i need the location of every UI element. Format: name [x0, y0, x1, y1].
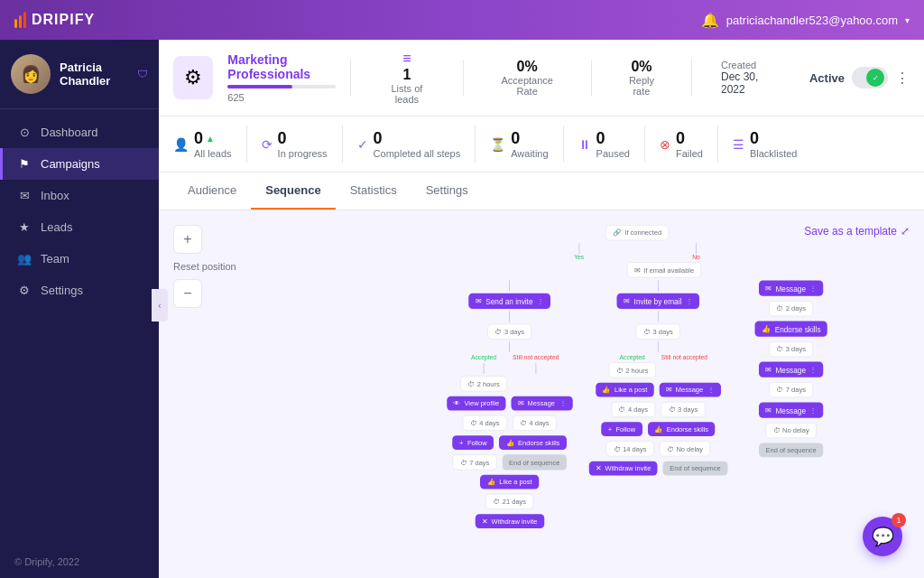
status-badge: Active: [809, 71, 845, 85]
sidebar-item-leads[interactable]: ★ Leads: [0, 211, 159, 243]
te5: ⏱: [614, 445, 621, 452]
stat-all-leads: 👤 0 ▲ All leads: [173, 126, 247, 163]
failed-label: Failed: [676, 148, 703, 159]
node-if-connected[interactable]: 🔗 If connected: [605, 225, 670, 240]
endorse-r-icon: 👍: [762, 324, 772, 333]
sidebar-item-team[interactable]: 👥 Team: [0, 243, 159, 275]
days-row-e2: ⏱ 4 days ⏱ 3 days: [611, 402, 705, 417]
timer-2hours: ⏱ 2 hours: [460, 376, 507, 391]
node-view-profile[interactable]: 👁 View profile: [447, 396, 506, 411]
sidebar-item-dashboard[interactable]: ⊙ Dashboard: [0, 117, 159, 148]
failed-content: 0 Failed: [676, 129, 703, 159]
endorse-r-label: Endorse skills: [775, 325, 821, 333]
node-endorse-2[interactable]: 👍 Endorse skills: [648, 422, 716, 436]
campaign-progress-bar: [227, 85, 336, 89]
acceptance-value: 0%: [492, 59, 561, 75]
paused-content: 0 Paused: [596, 129, 630, 159]
msg2-more[interactable]: ⋮: [707, 387, 715, 394]
node-invite-email[interactable]: ✉ Invite by email ⋮: [617, 294, 699, 309]
stat-awaiting: ⏳ 0 Awaiting: [476, 126, 563, 163]
timer-7d-r: ⏱ 7 days: [769, 382, 813, 397]
sidebar-item-label-team: Team: [41, 252, 69, 266]
msg-r1-more[interactable]: ⋮: [809, 284, 817, 292]
tab-audience[interactable]: Audience: [173, 172, 251, 210]
paused-num: 0: [596, 129, 605, 147]
awaiting-icon: ⏳: [490, 137, 505, 152]
status-toggle[interactable]: ✓: [852, 67, 888, 89]
all-leads-num: 0: [194, 129, 203, 148]
stat-completed: ✓ 0 Completed all steps: [343, 126, 476, 163]
sidebar-item-settings[interactable]: ⚙ Settings: [0, 275, 159, 306]
msg-r2-more[interactable]: ⋮: [809, 366, 817, 373]
invite-email-icon: ✉: [624, 297, 630, 306]
divider-4: [691, 60, 692, 96]
node-endorse-1[interactable]: 👍 Endorse skills: [499, 435, 567, 450]
node-message-r3[interactable]: ✉ Message ⋮: [759, 403, 824, 418]
header-stat-reply: 0% Reply rate: [606, 59, 677, 97]
tab-sequence[interactable]: Sequence: [251, 172, 335, 210]
connector-no-1: [696, 243, 697, 254]
lists-value: 1: [380, 67, 433, 83]
node-message-r2[interactable]: ✉ Message ⋮: [759, 362, 824, 378]
reset-position-button[interactable]: Reset position: [173, 261, 236, 272]
timer-follow-row: ⏱ 7 days End of sequence: [453, 454, 567, 470]
accepted-yes-label: Accepted: [471, 354, 496, 361]
sidebar-item-label-inbox: Inbox: [41, 189, 69, 202]
sidebar-collapse-button[interactable]: ‹: [152, 289, 168, 322]
invite-email-more[interactable]: ⋮: [686, 297, 693, 304]
no-branch-label: No: [692, 243, 700, 261]
timer-icon-2: ⏱: [467, 380, 475, 387]
timer-21days: ⏱ 21 days: [485, 494, 533, 509]
node-endorse-r[interactable]: 👍 Endorse skills: [754, 322, 827, 337]
divider-3: [591, 60, 592, 96]
send-invite-more[interactable]: ⋮: [537, 297, 544, 304]
more-options-icon[interactable]: ⋮: [895, 70, 910, 87]
node-send-invite[interactable]: ✉ Send an invite ⋮: [468, 294, 550, 309]
tab-statistics[interactable]: Statistics: [336, 172, 411, 210]
like-post-2-label: Like a post: [614, 387, 647, 394]
node-message-2[interactable]: ✉ Message ⋮: [660, 383, 721, 397]
sidebar-item-inbox[interactable]: ✉ Inbox: [0, 180, 159, 211]
shield-icon: 🛡: [137, 68, 148, 80]
node-message-r1[interactable]: ✉ Message ⋮: [759, 281, 824, 296]
node-like-post[interactable]: 👍 Like a post: [480, 475, 539, 489]
node-withdraw-1[interactable]: ✕ Withdraw invite: [476, 514, 544, 528]
endorse-1-icon: 👍: [506, 439, 514, 446]
zoom-in-button[interactable]: +: [173, 225, 202, 254]
sidebar-item-label-settings: Settings: [41, 284, 83, 297]
msg1-more[interactable]: ⋮: [559, 400, 567, 407]
follow-1-icon: +: [459, 439, 463, 446]
node-follow-1[interactable]: + Follow: [453, 435, 494, 450]
in-progress-icon: ⟳: [262, 137, 273, 152]
conn-email: [658, 281, 659, 292]
nav-chevron-icon[interactable]: ▾: [905, 15, 910, 25]
node-message-1[interactable]: ✉ Message ⋮: [512, 396, 573, 411]
node-if-email[interactable]: ✉ If email available: [627, 262, 702, 277]
node-withdraw-2[interactable]: ✕ Withdraw invite: [589, 461, 658, 476]
conn-e3: [658, 341, 659, 352]
all-leads-content: 0 ▲ All leads: [194, 129, 232, 159]
sidebar-item-campaigns[interactable]: ⚑ Campaigns: [0, 148, 159, 180]
chat-badge: 1: [892, 513, 906, 527]
node-like-post-2[interactable]: 👍 Like a post: [596, 383, 654, 397]
flow-row-email: ✉ If email available: [333, 262, 925, 277]
logo-text: DRIPIFY: [32, 12, 95, 28]
msg-r3-more[interactable]: ⋮: [809, 406, 817, 414]
if-email-icon: ✉: [634, 266, 640, 274]
not-accepted-label: Still not accepted: [513, 354, 559, 361]
branch-invite-email: ✉ Invite by email ⋮ ⏱ 3 days Accepted ⏱ …: [589, 281, 728, 476]
stat-failed: ⊗ 0 Failed: [645, 126, 718, 163]
divider-1: [350, 60, 351, 96]
zoom-out-button[interactable]: −: [173, 279, 202, 308]
tab-settings[interactable]: Settings: [411, 172, 483, 210]
tr1: ⏱: [776, 305, 783, 312]
chat-button[interactable]: 💬 1: [863, 517, 902, 556]
sidebar-profile: 👩 Patricia Chandler 🛡: [0, 40, 159, 109]
message-2-icon: ✉: [666, 387, 671, 394]
all-leads-icon: 👤: [173, 137, 189, 152]
bell-icon[interactable]: 🔔: [701, 12, 719, 29]
stat-in-progress: ⟳ 0 In progress: [247, 126, 343, 163]
sidebar: 👩 Patricia Chandler 🛡 ⊙ Dashboard ⚑ Camp…: [0, 40, 159, 578]
like-post-icon: 👍: [487, 479, 495, 486]
node-follow-2[interactable]: + Follow: [601, 422, 642, 436]
